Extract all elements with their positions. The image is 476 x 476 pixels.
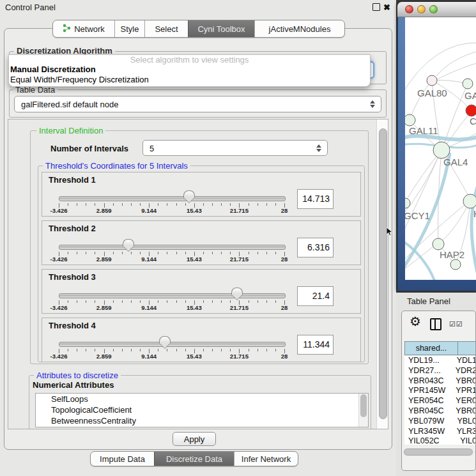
tick-mark — [167, 252, 167, 254]
threshold-value-field[interactable]: 21.4 — [297, 286, 334, 306]
network-node[interactable] — [450, 259, 461, 270]
attribute-item-selfloops[interactable]: SelfLoops — [36, 394, 368, 404]
tick-mark — [86, 203, 86, 206]
tick-mark — [68, 252, 68, 254]
threshold-slider-thumb[interactable] — [231, 288, 243, 295]
dropdown-option-manual-discretization[interactable]: Manual Discretization — [9, 65, 370, 75]
tick-mark — [122, 349, 123, 351]
tick-mark — [249, 203, 249, 206]
table-row[interactable]: YLR345WYLR3 — [404, 427, 476, 437]
tab-style[interactable]: Style — [114, 20, 144, 37]
tab-cyni-toolbox[interactable]: Cyni Toolbox — [188, 20, 254, 37]
tab-network[interactable]: Network — [53, 20, 114, 37]
tick-label: 28 — [270, 207, 298, 214]
table-row[interactable]: YPR145WYPR1 — [404, 386, 476, 396]
tick-mark — [131, 252, 132, 254]
tick-mark — [212, 203, 213, 206]
tick-mark — [257, 252, 258, 254]
columns-icon[interactable] — [430, 318, 441, 330]
cell-shared-name: YPR145W — [404, 386, 452, 396]
tab-jactivemnodules[interactable]: jActiveMNodules — [254, 20, 344, 37]
cell-shared-name: YER054C — [404, 396, 452, 406]
dropdown-option-equal-width-frequency-discretization[interactable]: Equal Width/Frequency Discretization — [9, 75, 370, 85]
tab-discretize-data[interactable]: Discretize Data — [154, 452, 234, 466]
tick-mark — [77, 349, 77, 351]
tick-mark — [257, 349, 258, 351]
cell-name: YDR2 — [452, 366, 476, 376]
network-node-hap2[interactable] — [433, 238, 444, 250]
attribute-item-topologicalcoefficient[interactable]: TopologicalCoefficient — [36, 404, 368, 415]
tick-label: 21.715 — [225, 207, 253, 214]
tick-mark — [185, 349, 186, 351]
network-window-titlebar[interactable] — [397, 2, 476, 17]
panel-scrollbar-thumb[interactable] — [379, 128, 387, 419]
tick-label: -3.426 — [45, 353, 73, 360]
table-panel-title: Table Panel — [407, 296, 450, 306]
combo-arrows-icon — [316, 144, 322, 153]
tick-mark — [203, 252, 204, 254]
threshold-value-field[interactable]: 14.713 — [297, 189, 334, 209]
num-intervals-label: Number of Intervals — [50, 144, 128, 153]
cell-shared-name: YBR045C — [404, 406, 452, 417]
tick-mark — [86, 300, 86, 303]
network-node-gal80[interactable] — [427, 75, 437, 86]
close-traffic-light-icon[interactable] — [405, 5, 413, 13]
panel-scrollbar[interactable] — [376, 119, 388, 429]
threshold-slider-track[interactable] — [59, 293, 286, 298]
table-row[interactable]: YER054CYER0 — [404, 396, 476, 406]
threshold-value-field[interactable]: 6.316 — [297, 238, 334, 257]
threshold-slider-track[interactable] — [59, 245, 286, 250]
close-panel-icon[interactable]: ✖ — [383, 3, 390, 12]
tick-mark — [113, 203, 114, 206]
threshold-slider-thumb[interactable] — [123, 239, 134, 247]
tab-infer-network[interactable]: Infer Network — [234, 452, 298, 466]
tick-label: 28 — [270, 304, 298, 311]
tab-select[interactable]: Select — [144, 20, 188, 37]
tab-label: Style — [121, 24, 139, 34]
minimize-traffic-light-icon[interactable] — [417, 5, 426, 13]
table-row[interactable]: YDR27...YDR2 — [404, 366, 476, 376]
float-panel-icon[interactable] — [372, 3, 380, 11]
table-row[interactable]: YBR045CYBR0 — [404, 406, 476, 417]
tab-impute-data[interactable]: Impute Data — [91, 452, 154, 466]
gear-icon[interactable]: ⚙ — [410, 314, 421, 329]
threshold-slider-thumb[interactable] — [159, 336, 171, 344]
num-intervals-value: 5 — [150, 143, 154, 153]
zoom-traffic-light-icon[interactable] — [429, 5, 438, 13]
table-row[interactable]: YBR043CYBR0 — [404, 376, 476, 387]
tick-mark — [221, 349, 222, 351]
network-node-ga[interactable] — [463, 79, 473, 89]
list-scrollbar-thumb[interactable] — [360, 394, 367, 417]
table-row[interactable]: YBL079WYBL0 — [404, 417, 476, 427]
network-node-label: GAL80 — [417, 88, 447, 98]
apply-button[interactable]: Apply — [173, 432, 216, 446]
attribute-item-betweennesscentrality[interactable]: BetweennessCentrality — [36, 415, 368, 426]
table-data-combobox[interactable]: galFiltered.sif default node — [14, 96, 381, 112]
num-intervals-combobox[interactable]: 5 — [142, 140, 328, 156]
table-hscrollbar-thumb[interactable] — [404, 449, 473, 456]
tick-mark — [176, 300, 177, 303]
tick-label: 2.859 — [90, 207, 118, 214]
table-rows: YDL19...YDL1YDR27...YDR2YBR043CYBR0YPR14… — [404, 356, 476, 445]
network-node-label: GCY1 — [405, 210, 430, 221]
select-columns-checkboxes-icon[interactable]: ☑☑ — [449, 320, 463, 328]
network-node-c[interactable] — [466, 105, 476, 116]
column-header-shared-name[interactable]: shared... — [404, 341, 458, 355]
tab-label: Network — [74, 24, 105, 34]
tick-mark — [230, 252, 231, 254]
tick-label: 9.144 — [135, 207, 163, 214]
table-row[interactable]: YIL052CYIL0 — [404, 436, 476, 445]
tick-mark — [140, 252, 141, 254]
network-canvas[interactable]: GAL80GACGAL11GAL4GCY1HHAP2 — [405, 17, 476, 280]
column-header-name[interactable]: n — [458, 341, 476, 355]
threshold-slider-track[interactable] — [59, 196, 286, 201]
threshold-slider-track[interactable] — [59, 342, 286, 347]
table-row[interactable]: YDL19...YDL1 — [404, 356, 476, 366]
threshold-slider-thumb[interactable] — [183, 190, 195, 198]
threshold-value-field[interactable]: 11.344 — [297, 335, 334, 355]
network-node-h[interactable] — [463, 194, 476, 208]
network-node-gal11[interactable] — [405, 114, 415, 126]
table-hscrollbar[interactable] — [403, 448, 475, 456]
threshold-label: Threshold 1 — [49, 175, 96, 185]
list-scrollbar[interactable] — [358, 394, 368, 427]
